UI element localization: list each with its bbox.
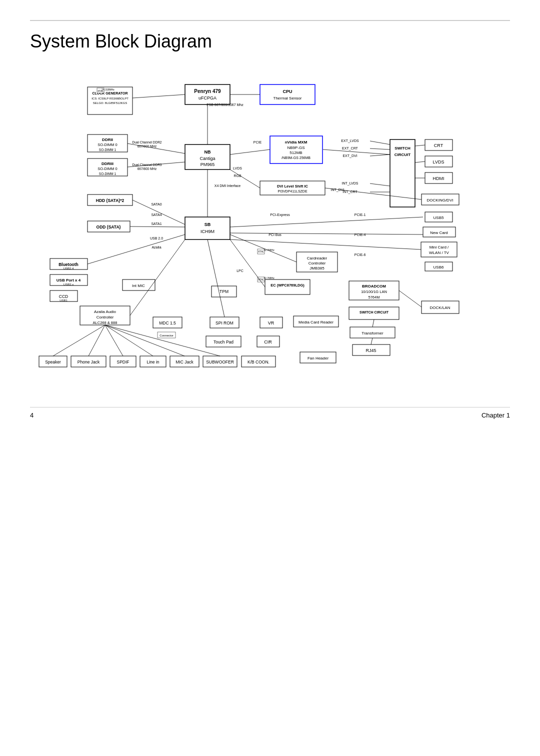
svg-line-168 <box>415 162 425 162</box>
svg-text:14.318MHz: 14.318MHz <box>102 88 114 91</box>
svg-text:MDC 1.5: MDC 1.5 <box>159 320 176 326</box>
svg-line-186 <box>53 325 105 356</box>
svg-text:nVidia MXM: nVidia MXM <box>285 140 308 144</box>
svg-text:Fan Header: Fan Header <box>308 356 329 360</box>
svg-line-187 <box>88 325 105 356</box>
svg-text:/NB9M-GS 256MB: /NB9M-GS 256MB <box>282 156 310 160</box>
page-title: System Block Diagram <box>30 31 510 52</box>
svg-text:uFCPGA: uFCPGA <box>198 96 216 100</box>
svg-text:667/800 MHz: 667/800 MHz <box>138 144 157 148</box>
svg-line-188 <box>105 325 123 356</box>
svg-text:EXT_DVI: EXT_DVI <box>342 154 357 158</box>
svg-text:PM965: PM965 <box>200 162 215 167</box>
svg-line-174 <box>130 226 185 227</box>
svg-text:667/800 MHz: 667/800 MHz <box>138 167 157 170</box>
svg-line-163 <box>230 150 270 154</box>
page-number: 4 <box>30 412 34 419</box>
svg-text:SPI ROM: SPI ROM <box>216 320 234 326</box>
svg-rect-71 <box>185 217 230 240</box>
svg-text:Touch Pad: Touch Pad <box>214 340 234 344</box>
svg-text:PI3VDP411LSZDE: PI3VDP411LSZDE <box>278 190 307 193</box>
svg-text:EXT_CRT: EXT_CRT <box>342 146 358 150</box>
svg-text:USB6: USB6 <box>434 265 444 270</box>
chapter-label: Chapter 1 <box>482 412 510 419</box>
svg-text:SO-DIMM 0: SO-DIMM 0 <box>98 166 118 171</box>
svg-text:SUBWOOFER: SUBWOOFER <box>206 360 234 364</box>
svg-text:SATA4: SATA4 <box>151 213 162 216</box>
svg-text:PCIE: PCIE <box>254 140 262 144</box>
svg-text:SO-DIMM 0: SO-DIMM 0 <box>98 142 118 147</box>
svg-line-181 <box>130 240 185 316</box>
svg-text:Cardreader: Cardreader <box>307 256 328 260</box>
svg-text:VR: VR <box>268 320 274 326</box>
svg-text:K/B COON.: K/B COON. <box>248 360 270 364</box>
svg-text:SWITCH CIRCUIT: SWITCH CIRCUIT <box>360 310 389 314</box>
svg-text:HDD (SATA)*2: HDD (SATA)*2 <box>96 198 124 203</box>
svg-text:DDRIII: DDRIII <box>102 162 114 166</box>
svg-text:BROADCOM: BROADCOM <box>362 284 386 288</box>
page: System Block Diagram CLOCK GENERATOR ICS… <box>0 0 540 439</box>
svg-text:Dual Channel DDR3: Dual Channel DDR3 <box>132 163 162 166</box>
diagram-container: CLOCK GENERATOR ICS: ICS9LP RS366BOLPT S… <box>30 62 510 387</box>
svg-text:USB Port x 4: USB Port x 4 <box>56 278 81 282</box>
svg-line-46 <box>370 184 390 186</box>
svg-text:USB2.4: USB2.4 <box>64 267 74 270</box>
svg-text:MIC Jack: MIC Jack <box>176 360 194 364</box>
svg-text:LVDS: LVDS <box>233 166 242 170</box>
svg-text:ALC268 & 888: ALC268 & 888 <box>93 320 118 325</box>
svg-line-40 <box>370 141 390 144</box>
svg-text:EC (WPC8769LDG): EC (WPC8769LDG) <box>270 283 304 288</box>
svg-text:X4 DMI Interface: X4 DMI Interface <box>214 184 241 188</box>
svg-text:NB: NB <box>204 150 211 154</box>
svg-text:SB: SB <box>204 222 211 227</box>
svg-line-190 <box>105 325 184 356</box>
svg-text:CPU: CPU <box>282 89 292 94</box>
svg-text:Penryn 479: Penryn 479 <box>194 88 221 94</box>
svg-text:ODD (SATA): ODD (SATA) <box>96 224 121 230</box>
svg-rect-10 <box>260 84 315 104</box>
svg-text:INT_CRT: INT_CRT <box>342 190 358 194</box>
svg-text:DDRII: DDRII <box>102 138 113 142</box>
svg-text:SO-DIMM 1: SO-DIMM 1 <box>99 172 116 176</box>
svg-text:DVI Level Shift IC: DVI Level Shift IC <box>277 184 308 188</box>
svg-text:Azalia Audio: Azalia Audio <box>94 310 116 314</box>
svg-line-44 <box>370 154 390 156</box>
svg-text:512MB: 512MB <box>290 150 302 155</box>
svg-line-183 <box>399 290 422 307</box>
svg-text:SELGO: 8LG85F512KGS: SELGO: 8LG85F512KGS <box>93 102 127 104</box>
svg-text:SO-DIMM 1: SO-DIMM 1 <box>99 148 116 152</box>
svg-text:DOCK/LAN: DOCK/LAN <box>430 306 450 310</box>
svg-text:Media Card Reader: Media Card Reader <box>298 320 334 324</box>
svg-line-175 <box>230 217 423 227</box>
svg-text:CIR: CIR <box>264 340 272 344</box>
svg-text:USB 2.0: USB 2.0 <box>150 236 163 240</box>
svg-text:Transformer: Transformer <box>362 331 384 336</box>
svg-text:EXT_LVDS: EXT_LVDS <box>341 139 359 143</box>
svg-text:Thermal Sensor: Thermal Sensor <box>274 96 302 100</box>
svg-line-185 <box>371 338 372 344</box>
svg-text:USB5: USB5 <box>434 216 444 220</box>
svg-text:CCD: CCD <box>59 294 68 299</box>
svg-text:USB1: USB1 <box>60 299 68 302</box>
svg-text:PCIE-1: PCIE-1 <box>354 213 366 216</box>
svg-text:TPM: TPM <box>220 289 228 294</box>
svg-text:ICH9M: ICH9M <box>200 229 214 234</box>
svg-line-167 <box>415 145 425 146</box>
svg-line-176 <box>230 233 423 234</box>
svg-text:Line in: Line in <box>146 360 159 364</box>
svg-text:5764M: 5764M <box>368 295 380 300</box>
svg-text:LVDS: LVDS <box>433 160 444 164</box>
svg-text:Controller: Controller <box>96 315 114 320</box>
svg-text:Phone Jack: Phone Jack <box>78 360 100 364</box>
svg-text:LPC: LPC <box>236 269 244 272</box>
svg-text:NB9P-GS: NB9P-GS <box>287 146 304 150</box>
svg-text:CIRCUIT: CIRCUIT <box>394 152 411 157</box>
svg-text:FSB 867/800/1067 Mhz: FSB 867/800/1067 Mhz <box>206 103 244 106</box>
svg-text:ICS: ICS9LP RS366BOLPT: ICS: ICS9LP RS366BOLPT <box>92 97 128 100</box>
svg-line-189 <box>105 325 153 356</box>
svg-text:HDMI: HDMI <box>433 176 444 181</box>
svg-text:DOCKING/DVI: DOCKING/DVI <box>427 198 454 202</box>
svg-text:USB2.x: USB2.x <box>64 283 74 286</box>
svg-line-182 <box>208 240 224 317</box>
svg-text:RJ45: RJ45 <box>366 348 376 353</box>
